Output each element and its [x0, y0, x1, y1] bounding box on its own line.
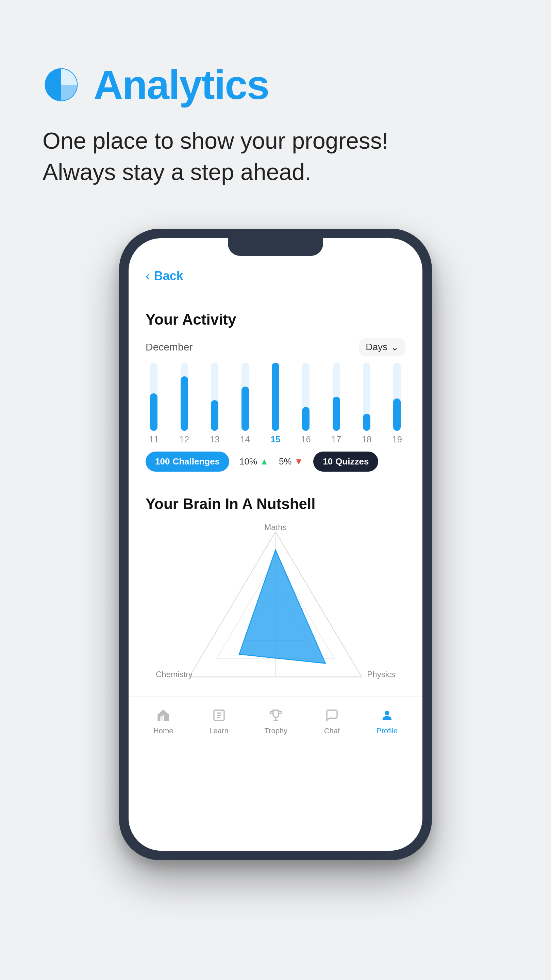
bar-group-18: 18 [362, 363, 372, 445]
nav-item-chat[interactable]: Chat [324, 707, 340, 735]
challenges-label: Challenges [172, 456, 220, 467]
svg-point-16 [385, 711, 389, 715]
activity-title: Your Activity [146, 311, 405, 328]
nav-item-home[interactable]: Home [153, 707, 173, 735]
profile-icon [379, 707, 395, 724]
screen-content: ‹ Back Your Activity December Days ⌄ [129, 238, 422, 749]
analytics-subtitle: One place to show your progress! Always … [43, 125, 508, 188]
bar-group-11: 11 [149, 363, 159, 445]
brain-section: Your Brain In A Nutshell Maths Chemistry… [129, 482, 422, 696]
percent-down-stat: 5% ▼ [279, 456, 303, 467]
title-row: Analytics [43, 61, 508, 108]
nav-label-learn: Learn [209, 727, 228, 735]
percent-up-value: 10% [240, 456, 257, 467]
home-icon [155, 707, 172, 724]
back-label: Back [154, 269, 183, 283]
nav-item-learn[interactable]: Learn [209, 707, 228, 735]
header-section: Analytics One place to show your progres… [0, 0, 551, 208]
quizzes-badge: 10 Quizzes [313, 452, 378, 472]
nav-label-home: Home [153, 727, 173, 735]
radar-label-chemistry: Chemistry [156, 670, 192, 679]
percent-up-stat: 10% ▲ [240, 456, 269, 467]
bar-group-15: 15 [271, 363, 281, 445]
bar-group-16: 16 [301, 363, 311, 445]
trophy-icon [267, 707, 284, 724]
phone-wrapper: ‹ Back Your Activity December Days ⌄ [0, 229, 551, 894]
book-icon [211, 707, 227, 724]
phone-notch [228, 238, 323, 256]
nav-item-profile[interactable]: Profile [376, 707, 398, 735]
svg-rect-9 [164, 714, 169, 721]
svg-rect-10 [160, 716, 163, 721]
up-arrow-icon: ▲ [260, 456, 269, 467]
svg-marker-11 [158, 710, 169, 714]
nav-label-chat: Chat [324, 727, 340, 735]
phone-device: ‹ Back Your Activity December Days ⌄ [119, 229, 432, 860]
month-label: December [146, 341, 192, 353]
percent-down-value: 5% [279, 456, 292, 467]
activity-section: Your Activity December Days ⌄ [129, 294, 422, 482]
activity-header: December Days ⌄ [146, 338, 405, 356]
bar-group-17: 17 [331, 363, 341, 445]
back-chevron-icon: ‹ [146, 269, 150, 283]
stats-row: 100 Challenges 10% ▲ 5% ▼ 10 [146, 452, 405, 472]
radar-chart: Maths Chemistry Physics [146, 523, 405, 686]
svg-marker-7 [239, 550, 325, 663]
bar-group-13: 13 [210, 363, 220, 445]
days-dropdown[interactable]: Days ⌄ [359, 338, 405, 356]
radar-label-maths: Maths [264, 523, 286, 532]
analytics-title: Analytics [94, 61, 269, 108]
nav-label-trophy: Trophy [264, 727, 287, 735]
bar-group-19: 19 [392, 363, 402, 445]
challenges-count: 100 [155, 456, 170, 467]
chat-icon [324, 707, 340, 724]
phone-screen: ‹ Back Your Activity December Days ⌄ [129, 238, 422, 851]
back-button[interactable]: ‹ Back [146, 269, 405, 283]
analytics-pie-icon [43, 66, 80, 103]
down-arrow-icon: ▼ [294, 456, 303, 467]
radar-label-physics: Physics [367, 670, 395, 679]
brain-title: Your Brain In A Nutshell [146, 495, 405, 512]
quizzes-count: 10 [323, 456, 333, 467]
bar-chart: 11 12 13 [146, 370, 405, 445]
bar-group-14: 14 [240, 363, 250, 445]
challenges-badge: 100 Challenges [146, 452, 229, 472]
nav-label-profile: Profile [376, 727, 398, 735]
nav-item-trophy[interactable]: Trophy [264, 707, 287, 735]
bottom-nav: Home Learn [129, 696, 422, 749]
dropdown-chevron-icon: ⌄ [391, 342, 399, 353]
bar-group-12: 12 [179, 363, 189, 445]
days-label: Days [366, 342, 387, 353]
quizzes-label: Quizzes [335, 456, 369, 467]
